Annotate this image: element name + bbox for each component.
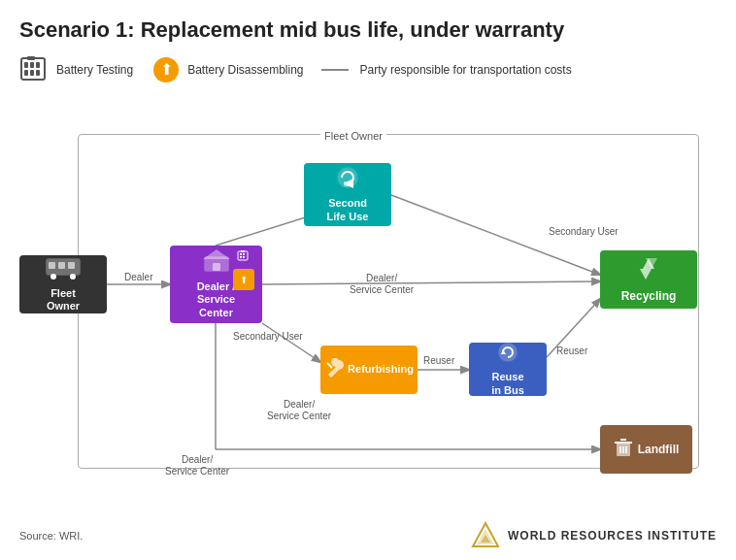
svg-rect-22 (68, 262, 75, 269)
svg-rect-26 (213, 263, 220, 271)
svg-rect-21 (58, 262, 65, 269)
trash-icon (614, 437, 633, 462)
label-reuser-1: Reuser (423, 355, 454, 367)
node-landfill: Landfill (600, 425, 692, 474)
node-reuse-in-bus: Reusein Bus (469, 343, 547, 396)
reuse-in-bus-label: Reusein Bus (491, 371, 524, 396)
svg-line-37 (327, 363, 332, 368)
recycling-icon (635, 256, 662, 286)
reuse-icon (497, 342, 519, 368)
dealer-icon (203, 249, 230, 278)
legend: Battery Testing ⬆ Battery Disassembling … (19, 54, 717, 85)
svg-rect-5 (30, 70, 34, 76)
svg-rect-20 (49, 262, 55, 269)
page: Scenario 1: Replacement mid bus life, un… (0, 0, 736, 560)
wrench-icon (324, 358, 344, 381)
legend-battery-disassembling: ⬆ Battery Disassembling (151, 54, 303, 85)
page-title: Scenario 1: Replacement mid bus life, un… (19, 17, 717, 43)
label-dealer-arrow: Dealer (124, 272, 152, 283)
svg-rect-31 (240, 256, 242, 258)
svg-rect-32 (243, 256, 245, 258)
node-refurbishing: Refurbishing (320, 346, 418, 394)
battery-test-overlay (233, 246, 254, 267)
battery-disassembling-label: Battery Disassembling (187, 63, 303, 77)
svg-rect-4 (24, 70, 28, 76)
recycling-label: Recycling (621, 289, 677, 303)
svg-rect-28 (238, 251, 248, 260)
legend-transport: Party responsible for transportation cos… (321, 63, 572, 77)
svg-rect-1 (24, 62, 28, 68)
dealer-overlay-icons: ⬆ (233, 246, 254, 290)
node-second-life: SecondLife Use (304, 163, 391, 226)
landfill-label: Landfill (638, 443, 680, 456)
svg-rect-7 (27, 56, 35, 60)
second-life-icon (334, 166, 361, 194)
battery-testing-icon (19, 54, 50, 85)
transport-label: Party responsible for transportation cos… (360, 63, 572, 77)
refurbishing-label: Refurbishing (348, 363, 414, 376)
svg-rect-3 (36, 62, 40, 68)
transport-dash (321, 69, 349, 71)
second-life-label: SecondLife Use (327, 197, 369, 222)
label-secondary-user-2: Secondary User (549, 226, 619, 238)
wri-emblem (471, 521, 500, 550)
svg-rect-2 (30, 62, 34, 68)
svg-text:⬆: ⬆ (160, 61, 173, 78)
battery-disassemble-overlay: ⬆ (233, 269, 254, 290)
label-reuser-2: Reuser (556, 346, 587, 357)
svg-rect-33 (241, 250, 245, 252)
fleet-owner-label: FleetOwner (47, 287, 80, 313)
dealer-service-label: Dealer /ServiceCenter (197, 280, 236, 319)
svg-rect-6 (36, 70, 40, 76)
legend-battery-testing: Battery Testing (19, 54, 133, 85)
bus-icon (46, 256, 81, 284)
svg-point-24 (70, 274, 76, 280)
node-fleet-owner: FleetOwner (19, 255, 107, 313)
battery-disassembling-icon: ⬆ (151, 54, 182, 85)
footer: Source: WRI. WORLD RESOURCES INSTITUTE (19, 521, 717, 550)
svg-rect-0 (21, 58, 45, 80)
org-name: WORLD RESOURCES INSTITUTE (508, 529, 717, 543)
wri-logo: WORLD RESOURCES INSTITUTE (471, 521, 717, 550)
label-dealer-service-bottom: Dealer/Service Center (165, 454, 229, 478)
battery-testing-label: Battery Testing (56, 63, 133, 77)
label-dealer-service-center-mid: Dealer/Service Center (267, 399, 331, 422)
source-text: Source: WRI. (19, 530, 83, 542)
svg-point-23 (50, 274, 56, 280)
svg-rect-30 (243, 253, 245, 255)
svg-point-38 (499, 344, 517, 361)
fleet-owner-box-label: Fleet Owner (320, 130, 386, 142)
svg-rect-29 (240, 253, 242, 255)
svg-marker-27 (203, 249, 230, 259)
node-recycling: Recycling (600, 250, 697, 309)
label-secondary-user-1: Secondary User (233, 331, 303, 343)
diagram: Fleet Owner (19, 95, 717, 493)
label-dealer-service-center-top: Dealer/Service Center (350, 273, 414, 296)
